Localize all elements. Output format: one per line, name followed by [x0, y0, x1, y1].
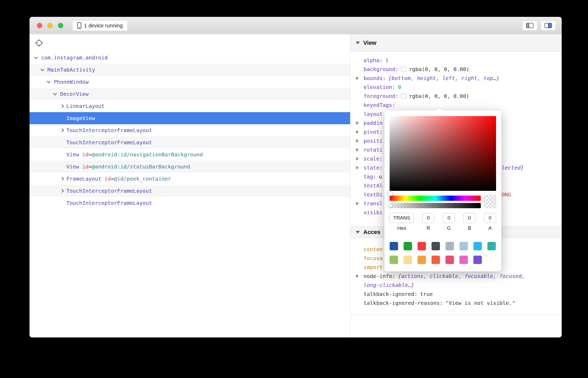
expand-arrow-icon[interactable]: [356, 130, 359, 134]
tree-row[interactable]: com.instagram.android: [30, 52, 350, 64]
hue-slider[interactable]: [390, 196, 481, 201]
prop-key: background:: [364, 66, 398, 72]
color-swatch[interactable]: [459, 256, 468, 264]
color-swatch[interactable]: [404, 242, 412, 250]
color-swatch[interactable]: [432, 256, 440, 264]
red-field-group: R: [422, 213, 434, 231]
alpha-input[interactable]: [484, 213, 496, 223]
prop-row: elevation:0: [350, 83, 562, 92]
chevron-down-icon[interactable]: [54, 93, 60, 95]
id-attribute-value: @android:id/navigationBarBackground: [92, 151, 203, 158]
toggle-right-sidebar-button[interactable]: [541, 21, 556, 31]
chevron-right-icon[interactable]: [60, 105, 66, 107]
tree-node-label: PhoneWindow: [54, 79, 89, 85]
expand-arrow-icon[interactable]: [356, 76, 359, 80]
blue-input[interactable]: [463, 213, 476, 223]
color-swatch[interactable]: [404, 256, 412, 264]
prop-key: focusa: [364, 255, 383, 261]
close-button[interactable]: [37, 23, 42, 28]
toggle-left-sidebar-button[interactable]: [522, 21, 537, 31]
expand-arrow-icon[interactable]: [356, 139, 359, 143]
chevron-placeholder: [60, 141, 66, 144]
tree-row[interactable]: DecorView: [30, 88, 350, 100]
color-swatch[interactable]: [445, 242, 454, 250]
color-swatch[interactable]: [390, 256, 398, 264]
expand-arrow-icon[interactable]: [356, 202, 359, 205]
prop-key: import: [364, 264, 383, 270]
app-window: 1 device running com.instagram.an: [30, 17, 562, 337]
phone-icon: [77, 22, 81, 29]
chevron-right-icon[interactable]: [60, 129, 66, 132]
prop-row: node-info:{actions, clickable, focusable…: [350, 272, 562, 281]
chevron-down-icon[interactable]: [47, 81, 54, 83]
tree-node-label: TouchInterceptorFrameLayout: [66, 139, 152, 146]
color-swatch[interactable]: [445, 256, 454, 264]
prop-row: keyedTags:: [350, 101, 562, 110]
color-swatch[interactable]: [418, 256, 426, 264]
hex-input[interactable]: [390, 213, 414, 223]
hue-knob[interactable]: [388, 191, 393, 196]
color-swatch[interactable]: [459, 242, 468, 250]
prop-key: talkback-ignored-reasons:: [364, 300, 443, 306]
tree-row[interactable]: TouchInterceptorFrameLayout: [30, 185, 350, 197]
hierarchy-toolbar: [30, 34, 350, 52]
tree-row[interactable]: TouchInterceptorFrameLayout: [30, 124, 350, 136]
prop-key: keyedTags:: [364, 102, 395, 108]
chevron-right-icon[interactable]: [60, 177, 66, 180]
prop-row: bounds:{bottom, height, left, right, top…: [350, 74, 562, 83]
id-attribute-value: @id/peek_container: [114, 176, 171, 182]
prop-key: textAl: [364, 182, 383, 189]
color-swatch[interactable]: [473, 256, 482, 264]
red-label: R: [427, 225, 430, 231]
expand-arrow-icon[interactable]: [356, 148, 359, 152]
color-swatch[interactable]: [487, 242, 496, 250]
target-inspect-icon[interactable]: [34, 38, 44, 48]
color-swatch[interactable]: [473, 242, 482, 250]
tree-row[interactable]: PhoneWindow: [30, 76, 350, 88]
chevron-down-icon[interactable]: [35, 57, 41, 58]
expand-arrow-icon[interactable]: [356, 121, 359, 125]
titlebar: 1 device running: [30, 17, 562, 34]
color-swatch[interactable]: [418, 242, 426, 250]
color-value-checkbox[interactable]: [401, 93, 406, 99]
color-swatch[interactable]: [432, 242, 440, 250]
tree-row[interactable]: MainTabActivity: [30, 64, 350, 76]
alpha-slider[interactable]: [390, 203, 481, 208]
minimize-button[interactable]: [47, 23, 53, 28]
id-attribute-value: @android:id/statusBarBackground: [92, 163, 190, 170]
prop-value: true: [420, 291, 433, 297]
tree-row[interactable]: Viewid=@android:id/statusBarBackground: [30, 161, 350, 173]
tree-row[interactable]: TouchInterceptorFrameLayout: [30, 197, 350, 209]
prop-row: alpha:1: [350, 56, 562, 65]
prop-key: tag:: [364, 173, 376, 180]
tree-row[interactable]: Viewid=@android:id/navigationBarBackgrou…: [30, 148, 350, 161]
tree-node-label: TouchInterceptorFrameLayout: [66, 188, 152, 194]
alpha-field-group: A: [484, 213, 496, 231]
view-section-header[interactable]: View: [350, 34, 562, 52]
zoom-button[interactable]: [58, 23, 63, 28]
prop-key: state:: [364, 165, 383, 171]
alpha-knob[interactable]: [389, 203, 393, 208]
saturation-brightness-area[interactable]: [390, 116, 496, 191]
swatch-row-2: [390, 256, 482, 264]
tree-row[interactable]: LinearLayout: [30, 100, 350, 112]
green-input[interactable]: [443, 213, 455, 223]
color-value-checkbox[interactable]: [401, 67, 406, 72]
prop-value: lected}: [502, 163, 524, 172]
color-swatch[interactable]: [390, 242, 398, 250]
prop-key: conten: [364, 246, 383, 252]
expand-arrow-icon[interactable]: [356, 274, 359, 278]
expand-arrow-icon[interactable]: [356, 157, 359, 161]
chevron-down-icon[interactable]: [41, 69, 47, 71]
tree-node-label: LinearLayout: [66, 103, 105, 109]
id-attribute-name: id: [104, 176, 111, 182]
tree-row[interactable]: ImageView: [30, 112, 350, 124]
expand-arrow-icon[interactable]: [356, 166, 359, 170]
chevron-right-icon[interactable]: [60, 190, 66, 192]
red-input[interactable]: [422, 213, 434, 223]
tree-row[interactable]: FrameLayoutid=@id/peek_container: [30, 173, 350, 185]
green-label: G: [447, 225, 451, 231]
chevron-placeholder: [60, 165, 66, 168]
device-status-button[interactable]: 1 device running: [72, 20, 128, 31]
tree-row[interactable]: TouchInterceptorFrameLayout: [30, 136, 350, 148]
